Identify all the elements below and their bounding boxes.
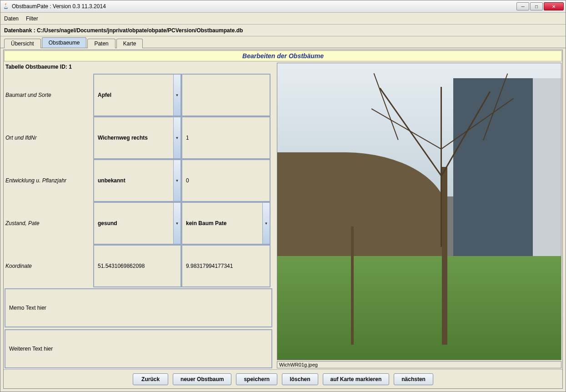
record-id-line: Tabelle Obstbaeume ID: 1 [4, 62, 275, 74]
chevron-down-icon: ▼ [173, 117, 180, 158]
button-row: Zurück neuer Obstbaum speichern löschen … [4, 369, 562, 388]
label-entwicklung: Entwicklung u. Pflanzjahr [4, 159, 93, 202]
weiterer-text[interactable]: Weiteren Text hier [5, 329, 272, 368]
combo-baumart[interactable]: Apfel▼ [93, 74, 181, 116]
app-window: ObstbaumPate : Version 0.3 11.3.2014 ─ □… [0, 0, 566, 392]
client-area: Bearbeiten der Obstbäume Tabelle Obstbae… [3, 50, 563, 389]
tree-photo [277, 63, 561, 360]
form-grid: Baumart und Sorte Apfel▼ Ort und lfdNr W… [4, 74, 275, 287]
memo-text[interactable]: Memo Text hier [5, 288, 272, 327]
java-icon [2, 3, 10, 10]
input-sorte[interactable] [181, 74, 270, 116]
combo-entwicklung-value: unbekannt [98, 177, 125, 184]
combo-baumart-value: Apfel [98, 92, 111, 98]
chevron-down-icon: ▼ [173, 160, 180, 201]
chevron-down-icon: ▼ [173, 75, 180, 116]
menubar: Daten Filter [0, 13, 566, 25]
tab-karte[interactable]: Karte [116, 39, 143, 48]
combo-pate-value: kein Baum Pate [186, 220, 226, 226]
combo-entwicklung[interactable]: unbekannt▼ [93, 159, 181, 202]
input-koord-lat[interactable]: 51.5431069862098 [93, 245, 181, 287]
window-controls: ─ □ ✕ [516, 2, 564, 10]
close-button[interactable]: ✕ [544, 2, 564, 10]
loeschen-button[interactable]: löschen [282, 373, 318, 385]
auf-karte-markieren-button[interactable]: auf Karte markieren [323, 373, 390, 385]
chevron-down-icon: ▼ [262, 203, 270, 244]
tab-paten[interactable]: Paten [87, 39, 115, 48]
label-zustand: Zustand, Pate [4, 202, 93, 245]
page-title: Bearbeiten der Obstbäume [4, 50, 562, 61]
form-pane: Tabelle Obstbaeume ID: 1 Baumart und Sor… [4, 62, 275, 369]
titlebar: ObstbaumPate : Version 0.3 11.3.2014 ─ □… [0, 0, 566, 13]
combo-ort[interactable]: Wichernweg rechts▼ [93, 116, 181, 159]
menu-daten[interactable]: Daten [4, 15, 19, 22]
naechsten-button[interactable]: nächsten [394, 373, 433, 385]
combo-zustand-value: gesund [98, 220, 117, 226]
image-pane: WichWR01g.jpeg [275, 62, 562, 369]
combo-ort-value: Wichernweg rechts [98, 135, 148, 141]
input-pflanzjahr[interactable]: 0 [181, 159, 270, 202]
database-path-bar: Datenbank : C:/Users/nagel/Documents/jnp… [0, 25, 566, 36]
maximize-button[interactable]: □ [530, 2, 543, 10]
label-ort: Ort und lfdNr [4, 116, 93, 159]
tab-uebersicht[interactable]: Übersicht [4, 39, 41, 48]
menu-filter[interactable]: Filter [26, 15, 38, 22]
chevron-down-icon: ▼ [173, 203, 180, 244]
label-baumart: Baumart und Sorte [4, 74, 93, 116]
combo-pate[interactable]: kein Baum Pate▼ [181, 202, 270, 245]
main-row: Tabelle Obstbaeume ID: 1 Baumart und Sor… [4, 62, 562, 369]
neuer-obstbaum-button[interactable]: neuer Obstbaum [173, 373, 231, 385]
tabbar: Übersicht Obstbaeume Paten Karte [0, 36, 566, 48]
speichern-button[interactable]: speichern [236, 373, 277, 385]
image-caption: WichWR01g.jpeg [277, 361, 561, 368]
zurueck-button[interactable]: Zurück [133, 373, 168, 385]
tab-obstbaeume[interactable]: Obstbaeume [42, 37, 87, 48]
minimize-button[interactable]: ─ [516, 2, 529, 10]
input-koord-lon[interactable]: 9.98317994177341 [181, 245, 270, 287]
window-title: ObstbaumPate : Version 0.3 11.3.2014 [12, 3, 516, 10]
label-koordinate: Koordinate [4, 245, 93, 287]
combo-zustand[interactable]: gesund▼ [93, 202, 181, 245]
input-lfdnr[interactable]: 1 [181, 116, 270, 159]
